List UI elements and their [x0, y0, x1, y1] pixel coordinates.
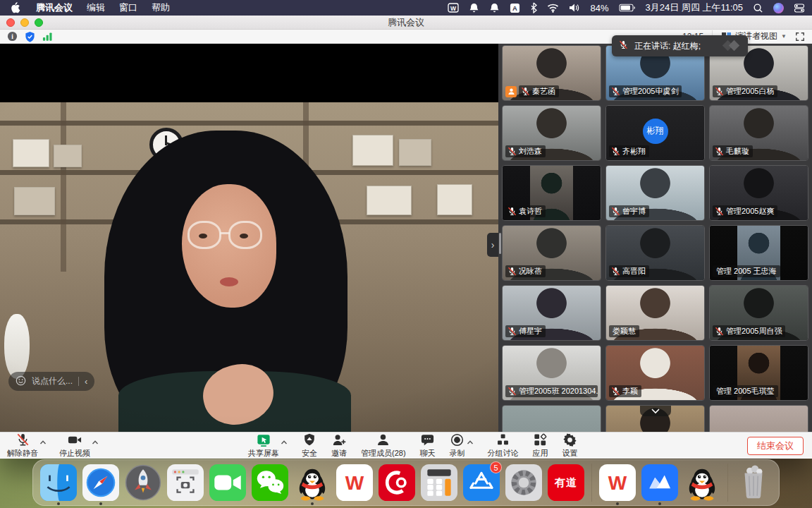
participant-label-row: 刘浩森: [505, 145, 598, 157]
siri-icon[interactable]: [773, 3, 784, 13]
participant-tile-partial-19[interactable]: [502, 405, 601, 432]
dock-youdao-icon[interactable]: 有道: [548, 464, 584, 501]
toolbar-breakout-button[interactable]: 分组讨论: [488, 433, 519, 459]
dock-wps-icon[interactable]: W: [599, 464, 636, 501]
participant-tile-管理2005班 20201304...[interactable]: 管理2005班 20201304...: [502, 345, 601, 401]
notification-bell-icon[interactable]: [469, 2, 479, 13]
dock-wechat-icon[interactable]: [252, 464, 288, 501]
participant-name: 袁诗哲: [519, 206, 542, 217]
toolbar-members-button[interactable]: 管理成员(28): [361, 433, 406, 459]
wifi-icon[interactable]: [547, 3, 559, 13]
participant-tile-管理2005周自强[interactable]: 管理2005周自强: [709, 285, 808, 341]
toolbar-item-wrap: 聊天: [420, 433, 436, 459]
participant-name-pill: 管理2005白杨: [713, 85, 777, 97]
emoji-icon[interactable]: [16, 375, 26, 388]
participant-tile-高晋阳[interactable]: 高晋阳: [605, 225, 705, 281]
participant-tile-况咏蓓[interactable]: 况咏蓓: [502, 225, 601, 281]
toolbar-chevron-up-icon[interactable]: [39, 435, 47, 448]
participant-tile-齐彬翔[interactable]: 彬翔齐彬翔: [605, 105, 705, 161]
participant-tile-傅星宇[interactable]: 傅星宇: [502, 285, 601, 341]
dock-qq-icon[interactable]: [684, 464, 720, 501]
toolbar-chat-button[interactable]: 聊天: [420, 433, 436, 459]
end-meeting-button[interactable]: 结束会议: [747, 437, 804, 455]
collapse-chat-icon[interactable]: ‹: [85, 376, 87, 387]
mic-muted-icon: [611, 207, 620, 216]
control-center-icon[interactable]: [794, 3, 805, 13]
dock-appstore-icon[interactable]: 5: [463, 464, 500, 501]
expand-tile-chevron-icon[interactable]: [640, 406, 671, 416]
mic-muted-icon: [611, 387, 620, 396]
chat-icon: [420, 433, 435, 447]
mic-muted-icon: [508, 147, 517, 156]
participant-tile-李颖[interactable]: 李颖: [605, 345, 705, 401]
dock-settings-icon[interactable]: [505, 464, 542, 501]
menu-item-4[interactable]: 帮助: [144, 1, 177, 14]
participant-label-row: 高晋阳: [609, 265, 701, 277]
participant-tile-曾宇博[interactable]: 曾宇博: [605, 165, 705, 221]
participant-tile-秦艺函[interactable]: 秦艺函: [502, 45, 601, 101]
participant-label-row: 管理2005周自强: [713, 325, 805, 337]
participant-tile-partial-21[interactable]: [709, 405, 808, 432]
dock-safari-icon[interactable]: [82, 464, 119, 501]
meeting-health-shield-icon[interactable]: [25, 31, 35, 42]
main-speaker-video[interactable]: 说点什么... ‹ ›: [0, 44, 498, 432]
participant-tile-刘浩森[interactable]: 刘浩森: [502, 105, 601, 161]
dock-finder-icon[interactable]: [40, 464, 77, 501]
quick-chat-input[interactable]: 说点什么... ‹: [8, 372, 94, 391]
dock-wemeet-icon[interactable]: [641, 464, 678, 501]
menu-item-3[interactable]: 窗口: [112, 1, 144, 14]
participant-name-pill: 毛麒璇: [713, 145, 753, 157]
apple-menu-icon[interactable]: [7, 2, 26, 13]
toolbar-gear-button[interactable]: 设置: [562, 433, 578, 459]
wps-status-icon[interactable]: W: [448, 2, 459, 13]
fullscreen-icon[interactable]: [795, 32, 805, 42]
participant-tile-管理2005赵爽[interactable]: 管理2005赵爽: [709, 165, 808, 221]
toolbar-record-button[interactable]: 录制: [450, 433, 465, 459]
input-source-icon[interactable]: A: [510, 3, 520, 13]
toolbar-chevron-up-icon[interactable]: [467, 435, 474, 448]
dock-netease-icon[interactable]: [379, 464, 415, 501]
notification-bell-2-icon[interactable]: [489, 2, 500, 13]
toolbar-chevron-up-icon[interactable]: [281, 435, 288, 448]
participant-label-row: 况咏蓓: [505, 265, 598, 277]
toolbar-share-screen-button[interactable]: 共享屏幕: [248, 433, 279, 459]
meeting-info-icon[interactable]: i: [7, 31, 18, 42]
avatar: 彬翔: [643, 119, 668, 144]
participant-name-pill: 高晋阳: [609, 265, 649, 277]
menu-item-2[interactable]: 编辑: [80, 1, 112, 14]
participant-tile-管理 2005毛琪莹[interactable]: 管理 2005毛琪莹: [709, 345, 808, 401]
dock-qq-icon[interactable]: [294, 464, 331, 501]
dock-calculator-icon[interactable]: [421, 464, 457, 501]
participant-grid: 秦艺函管理2005申虞剑管理2005白杨刘浩森彬翔齐彬翔毛麒璇袁诗哲曾宇博管理2…: [498, 44, 812, 432]
participant-tile-娄颖慧[interactable]: 娄颖慧: [605, 285, 705, 341]
toolbar-apps-button[interactable]: 应用: [533, 433, 548, 459]
toolbar-invite-button[interactable]: 邀请: [331, 433, 347, 459]
battery-icon[interactable]: [619, 3, 636, 13]
bluetooth-icon[interactable]: [530, 2, 537, 13]
toolbar-mic-muted-button[interactable]: 解除静音: [7, 433, 38, 459]
toolbar-label: 解除静音: [7, 448, 38, 459]
grid-scrollbar[interactable]: [499, 233, 501, 254]
participant-tile-管理 2005 王忠海[interactable]: 管理 2005 王忠海: [709, 225, 808, 281]
participant-tile-毛麒璇[interactable]: 毛麒璇: [709, 105, 808, 161]
dock-trash-icon[interactable]: [735, 464, 772, 501]
toolbar-label: 安全: [302, 448, 317, 459]
participant-label-row: 秦艺函: [505, 85, 598, 97]
toolbar-label: 聊天: [420, 448, 436, 459]
toolbar-camera-button[interactable]: 停止视频: [59, 433, 90, 459]
toolbar-chevron-up-icon[interactable]: [92, 435, 99, 448]
menu-bar-status-area: WA84%3月24日 周四 上午11:05: [448, 1, 805, 14]
participant-tile-partial-20[interactable]: [605, 405, 705, 432]
dock-launchpad-icon[interactable]: [125, 464, 161, 501]
dock-wps-icon[interactable]: W: [336, 464, 373, 501]
spotlight-icon[interactable]: [753, 3, 763, 13]
dock-screenshot-icon[interactable]: [167, 464, 204, 501]
participant-tile-袁诗哲[interactable]: 袁诗哲: [502, 165, 601, 221]
toolbar-shield-button[interactable]: 安全: [302, 433, 317, 459]
menu-item-1[interactable]: 腾讯会议: [29, 1, 80, 14]
dock-facetime-icon[interactable]: [209, 464, 246, 501]
member-badge-icon: [505, 86, 517, 97]
collapse-grid-handle[interactable]: ›: [487, 233, 498, 257]
mic-muted-icon: [619, 40, 628, 52]
volume-icon[interactable]: [569, 3, 580, 13]
